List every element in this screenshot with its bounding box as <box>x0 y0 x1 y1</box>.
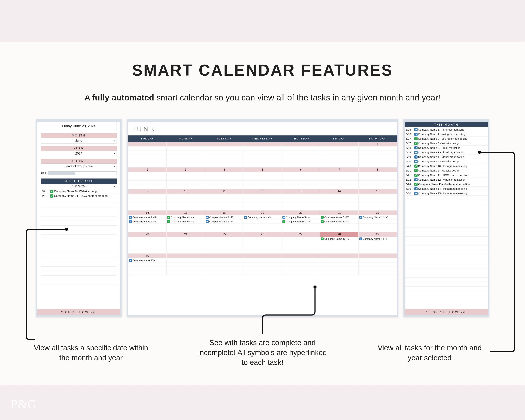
task-row[interactable]: 6/21✓Company Name 11 - UGC content creat… <box>41 194 117 198</box>
month-task-row[interactable]: 6/16➔Company Name 7 - Instagram marketin… <box>405 132 488 137</box>
calendar-day-cell[interactable]: . <box>282 142 320 167</box>
calendar-task-slot[interactable]: ✓Company Name 8 - W <box>167 219 205 224</box>
calendar-day-cell[interactable]: 28✓Company Name 13 - Y <box>320 232 358 253</box>
calendar-day-cell[interactable]: 24 <box>167 232 205 253</box>
calendar-day-cell[interactable]: . <box>167 253 205 275</box>
calendar-day-cell[interactable]: . <box>244 253 282 275</box>
month-task-row[interactable]: 6/18➔Company Name 9 - Virtual organizati… <box>405 150 488 155</box>
calendar-day-cell[interactable]: . <box>205 142 244 167</box>
calendar-day-cell[interactable]: 22➔Company Name 12 - V <box>359 211 397 232</box>
calendar-day-cell[interactable]: 18➔Company Name 3 - E➔Company Name 9 - V <box>205 211 244 232</box>
month-task-row[interactable]: 6/28✓Company Name 13 - YouTube video edi… <box>405 182 488 187</box>
calendar-day-cell[interactable]: 1 <box>359 142 397 167</box>
task-row[interactable]: 6/21✓Company Name 6 - Website design <box>41 189 117 194</box>
calendar-day-cell[interactable]: 23 <box>128 232 167 253</box>
arrow-icon[interactable]: ➔ <box>414 151 418 154</box>
month-task-row[interactable]: 6/21✓Company Name 11 - UGC content creat… <box>405 173 488 177</box>
month-task-row[interactable]: 6/30➔Company Name 15 - Instagram marketi… <box>405 191 488 196</box>
check-icon[interactable]: ✓ <box>321 216 324 219</box>
month-task-row[interactable]: 6/22➔Company Name 12 - Virtual organizat… <box>405 177 488 182</box>
calendar-day-cell[interactable]: . <box>359 253 397 275</box>
month-task-row[interactable]: 6/19➔Company Name 4 - Virtual organizati… <box>405 155 488 159</box>
calendar-day-cell[interactable]: 10 <box>167 189 205 210</box>
calendar-day-cell[interactable]: 29➔Company Name 14 - I <box>359 232 397 253</box>
calendar-day-cell[interactable]: 12 <box>244 189 282 210</box>
check-icon[interactable]: ✓ <box>321 220 324 223</box>
month-task-row[interactable]: 6/17✓Company Name 8 - Website design <box>405 141 488 146</box>
calendar-day-cell[interactable]: 3 <box>167 168 205 189</box>
arrow-icon[interactable]: ➔ <box>282 216 285 219</box>
arrow-icon[interactable]: ➔ <box>206 220 209 223</box>
calendar-day-cell[interactable]: . <box>320 142 358 167</box>
calendar-day-cell[interactable]: 27 <box>282 232 320 253</box>
calendar-task-slot[interactable]: ➔Company Name 4 - V <box>244 215 281 219</box>
calendar-day-cell[interactable]: 9 <box>128 189 167 210</box>
month-task-row[interactable]: 6/21✓Company Name 6 - Website design <box>405 168 488 173</box>
arrow-icon[interactable]: ➔ <box>414 192 418 195</box>
check-icon[interactable]: ✓ <box>167 216 170 219</box>
show-select[interactable]: Lead follow-ups due ▾ <box>41 164 117 169</box>
calendar-day-cell[interactable]: 21✓Company Name 6 - W✓Company Name 11 - … <box>320 211 358 232</box>
check-icon[interactable]: ✓ <box>414 169 418 172</box>
calendar-day-cell[interactable]: 25 <box>205 232 244 253</box>
calendar-day-cell[interactable]: 5 <box>244 168 282 189</box>
calendar-day-cell[interactable]: 4 <box>205 168 244 189</box>
arrow-icon[interactable]: ➔ <box>359 237 362 240</box>
calendar-day-cell[interactable]: 16➔Company Name 1 - Pi➔Company Name 7 - … <box>128 211 167 232</box>
calendar-task-slot[interactable]: ✓Company Name 11 - U <box>320 219 358 224</box>
arrow-icon[interactable]: ➔ <box>206 216 209 219</box>
arrow-icon[interactable]: ➔ <box>414 128 418 131</box>
calendar-task-slot[interactable]: ➔Company Name 12 - V <box>359 215 397 219</box>
calendar-task-slot[interactable]: ➔Company Name 14 - I <box>359 237 397 241</box>
calendar-day-cell[interactable]: 30➔Company Name 15 - I <box>128 253 167 275</box>
calendar-day-cell[interactable]: 19➔Company Name 4 - V <box>244 211 282 232</box>
calendar-task-slot[interactable]: ➔Company Name 1 - Pi <box>128 215 166 219</box>
calendar-day-cell[interactable]: 11 <box>205 189 244 210</box>
calendar-day-cell[interactable]: . <box>167 142 205 167</box>
calendar-day-cell[interactable]: 15 <box>359 189 397 210</box>
arrow-icon[interactable]: ➔ <box>414 133 418 136</box>
calendar-day-cell[interactable]: 7 <box>320 168 358 189</box>
check-icon[interactable]: ✓ <box>414 137 418 140</box>
calendar-day-cell[interactable]: 2 <box>128 168 167 189</box>
arrow-icon[interactable]: ➔ <box>414 187 418 190</box>
arrow-icon[interactable]: ➔ <box>129 259 132 262</box>
arrow-icon[interactable]: ➔ <box>129 216 132 219</box>
month-task-row[interactable]: 6/20✓Company Name 10 - Instagram marketi… <box>405 164 488 168</box>
year-select[interactable]: 2024 ▾ <box>41 151 117 156</box>
arrow-icon[interactable]: ➔ <box>244 216 247 219</box>
arrow-icon[interactable]: ➔ <box>414 146 418 149</box>
calendar-day-cell[interactable]: 13 <box>282 189 320 210</box>
calendar-task-slot[interactable]: ➔Company Name 9 - V <box>205 219 243 224</box>
month-task-row[interactable]: 6/18➔Company Name 3 - Email marketing <box>405 146 488 150</box>
check-icon[interactable]: ✓ <box>414 165 418 168</box>
calendar-task-slot[interactable]: ✓Company Name 2 - Y <box>167 215 205 219</box>
calendar-day-cell[interactable]: . <box>128 142 167 167</box>
calendar-day-cell[interactable]: 6 <box>282 168 320 189</box>
month-task-row[interactable]: 6/16➔Company Name 1 - Pinterest marketin… <box>405 127 488 132</box>
month-task-row[interactable]: 6/17✓Company Name 2 - YouTube video edit… <box>405 137 488 141</box>
month-task-row[interactable]: 6/29➔Company Name 14 - Instagram marketi… <box>405 187 488 191</box>
calendar-day-cell[interactable]: . <box>205 253 244 275</box>
arrow-icon[interactable]: ➔ <box>414 160 418 163</box>
calendar-day-cell[interactable]: . <box>244 142 282 167</box>
calendar-day-cell[interactable]: 26 <box>244 232 282 253</box>
check-icon[interactable]: ✓ <box>414 142 418 145</box>
arrow-icon[interactable]: ➔ <box>129 220 132 223</box>
month-task-row[interactable]: 6/20➔Company Name 5 - Website design <box>405 159 488 164</box>
calendar-task-slot[interactable]: ➔Company Name 3 - E <box>205 215 243 219</box>
arrow-icon[interactable]: ➔ <box>414 178 418 181</box>
check-icon[interactable]: ✓ <box>50 190 53 193</box>
calendar-task-slot[interactable]: ✓Company Name 10 - I <box>282 219 320 224</box>
calendar-day-cell[interactable]: 17✓Company Name 2 - Y✓Company Name 8 - W <box>167 211 205 232</box>
arrow-icon[interactable]: ➔ <box>359 216 362 219</box>
calendar-task-slot[interactable]: ➔Company Name 5 - W <box>282 215 320 219</box>
check-icon[interactable]: ✓ <box>282 220 285 223</box>
calendar-day-cell[interactable]: . <box>282 253 320 275</box>
specific-date-select[interactable]: 6/21/2024 ▾ <box>41 184 117 189</box>
calendar-day-cell[interactable]: 20➔Company Name 5 - W✓Company Name 10 - … <box>282 211 320 232</box>
check-icon[interactable]: ✓ <box>167 220 170 223</box>
check-icon[interactable]: ✓ <box>50 195 53 197</box>
check-icon[interactable]: ✓ <box>414 183 418 186</box>
calendar-task-slot[interactable]: ✓Company Name 13 - Y <box>320 237 358 241</box>
